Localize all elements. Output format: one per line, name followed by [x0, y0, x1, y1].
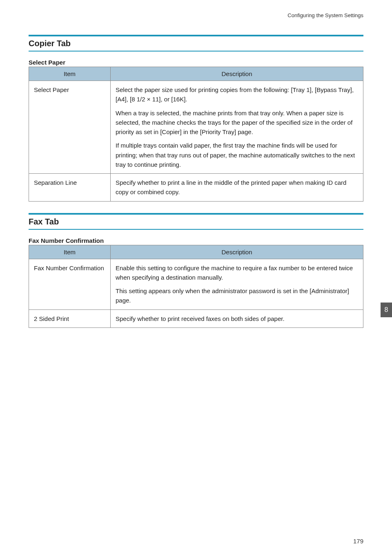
- table-header-item: Item: [29, 245, 111, 259]
- table-select-paper: Item Description Select Paper Select the…: [29, 67, 363, 202]
- chapter-tab: 8: [381, 303, 392, 317]
- page-number: 179: [353, 538, 363, 545]
- cell-description: Specify whether to print received faxes …: [111, 309, 363, 327]
- table-fax-confirmation: Item Description Fax Number Confirmation…: [29, 245, 363, 328]
- section-title-copier: Copier Tab: [29, 35, 363, 52]
- table-row: Separation Line Specify whether to print…: [29, 174, 363, 202]
- cell-item: 2 Sided Print: [29, 309, 111, 327]
- description-paragraph: Select the paper size used for printing …: [116, 85, 358, 104]
- cell-description: Specify whether to print a line in the m…: [111, 174, 363, 202]
- table-row: 2 Sided Print Specify whether to print r…: [29, 309, 363, 327]
- description-paragraph: When a tray is selected, the machine pri…: [116, 108, 358, 137]
- page-content: Configuring the System Settings Copier T…: [0, 0, 392, 352]
- subsection-title-fax-confirmation: Fax Number Confirmation: [29, 237, 363, 244]
- table-header-row: Item Description: [29, 67, 363, 81]
- description-paragraph: Specify whether to print a line in the m…: [116, 178, 358, 197]
- table-header-item: Item: [29, 67, 111, 81]
- description-paragraph: Specify whether to print received faxes …: [116, 314, 358, 323]
- table-header-row: Item Description: [29, 245, 363, 259]
- table-row: Select Paper Select the paper size used …: [29, 81, 363, 174]
- description-paragraph: If multiple trays contain valid paper, t…: [116, 141, 358, 169]
- description-paragraph: This setting appears only when the admin…: [116, 286, 358, 305]
- running-header: Configuring the System Settings: [29, 12, 363, 18]
- cell-item: Separation Line: [29, 174, 111, 202]
- section-title-fax: Fax Tab: [29, 213, 363, 230]
- cell-description: Enable this setting to configure the mac…: [111, 259, 363, 309]
- cell-description: Select the paper size used for printing …: [111, 81, 363, 174]
- table-header-description: Description: [111, 245, 363, 259]
- table-row: Fax Number Confirmation Enable this sett…: [29, 259, 363, 309]
- cell-item: Select Paper: [29, 81, 111, 174]
- table-header-description: Description: [111, 67, 363, 81]
- cell-item: Fax Number Confirmation: [29, 259, 111, 309]
- description-paragraph: Enable this setting to configure the mac…: [116, 263, 358, 282]
- subsection-title-select-paper: Select Paper: [29, 59, 363, 66]
